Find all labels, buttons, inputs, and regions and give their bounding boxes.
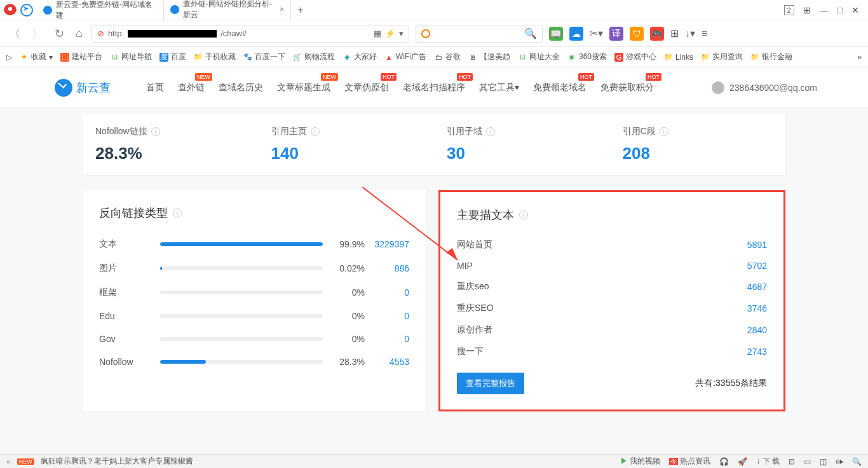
- nav-item[interactable]: 查外链NEW: [173, 79, 210, 96]
- window-count[interactable]: 2: [784, 5, 794, 15]
- shield-icon[interactable]: 🛡: [630, 27, 644, 41]
- translate-icon[interactable]: 译: [609, 27, 623, 41]
- download-button[interactable]: ↓ 下 载: [756, 456, 780, 467]
- search-icon[interactable]: 🔍: [524, 27, 537, 39]
- bookmark-item[interactable]: ⬚建站平台: [60, 52, 102, 62]
- back-button[interactable]: 〈: [6, 26, 23, 41]
- maximize-button[interactable]: □: [837, 5, 843, 15]
- scissors-icon[interactable]: ✂▾: [590, 27, 603, 39]
- type-count[interactable]: 0: [365, 334, 409, 344]
- rocket-icon[interactable]: 🚀: [738, 457, 747, 466]
- new-badge: NEW: [17, 458, 34, 465]
- tab-2[interactable]: 查外链-网站外链挖掘分析-新云×: [164, 1, 291, 20]
- book-icon[interactable]: 📖: [549, 27, 563, 41]
- bookmark-item[interactable]: 🛒购物流程: [293, 52, 335, 62]
- info-icon[interactable]: i: [486, 127, 495, 136]
- game-icon[interactable]: 🎮: [650, 27, 664, 41]
- news-icon[interactable]: ☁: [569, 27, 583, 41]
- hot-news-button[interactable]: 今 热点资讯: [669, 456, 710, 467]
- bookmark-item[interactable]: 🐾百度一下: [243, 52, 285, 62]
- bookmark-item[interactable]: ◉360搜索: [567, 52, 607, 62]
- anchor-count[interactable]: 2743: [747, 347, 767, 357]
- user-info[interactable]: 2386436900@qq.com: [712, 81, 817, 94]
- zoom-icon[interactable]: 🔍: [852, 457, 862, 466]
- panel-title: 主要描文本i: [457, 207, 767, 223]
- nav-item[interactable]: 免费获取积分HOT: [595, 79, 659, 96]
- grid-icon[interactable]: ⊞: [670, 27, 679, 39]
- bookmark-item[interactable]: 📁银行金融: [750, 52, 792, 62]
- sidebar-toggle-icon[interactable]: ▷: [6, 53, 12, 62]
- bookmark-item[interactable]: ◈大家好: [342, 52, 377, 62]
- nav-item[interactable]: 老域名扫描程序HOT: [398, 79, 470, 96]
- bookmark-item[interactable]: 🗀谷歌: [434, 52, 461, 62]
- tab-title: 新云查-免费查外链-网站域名建: [56, 0, 157, 21]
- nav-item[interactable]: 首页: [141, 79, 169, 96]
- menu-icon[interactable]: ≡: [702, 28, 707, 39]
- type-count[interactable]: 0: [365, 287, 409, 298]
- anchor-row: 重庆SEO3746: [457, 298, 767, 319]
- bookmark-item[interactable]: 度百度: [159, 52, 186, 62]
- window-icon[interactable]: ▭: [804, 457, 811, 466]
- dropdown-icon[interactable]: ▾: [399, 29, 403, 38]
- flash-icon[interactable]: ⚡: [385, 29, 395, 38]
- app-icon[interactable]: [4, 4, 17, 17]
- info-icon[interactable]: i: [519, 210, 528, 219]
- headphones-icon[interactable]: 🎧: [719, 457, 729, 466]
- tab-add[interactable]: +: [291, 4, 309, 16]
- bookmark-favorites[interactable]: ★收藏▾: [20, 52, 53, 62]
- search-input[interactable]: 🔍: [416, 25, 543, 43]
- main-nav: 首页查外链NEW查域名历史文章标题生成NEW文章伪原创HOT老域名扫描程序HOT…: [141, 79, 659, 96]
- my-video-button[interactable]: ▶ 我的视频: [620, 456, 660, 467]
- bookmark-item[interactable]: ⊡网址大全: [518, 52, 560, 62]
- type-percent: 0.02%: [333, 263, 365, 273]
- anchor-count[interactable]: 5891: [747, 240, 767, 250]
- split-icon[interactable]: ◫: [820, 457, 827, 466]
- qr-icon[interactable]: ▦: [374, 29, 381, 38]
- nav-item[interactable]: 免费领老域名HOT: [528, 79, 592, 96]
- nav-item[interactable]: 查域名历史: [214, 79, 268, 96]
- close-button[interactable]: ✕: [851, 5, 859, 15]
- tab-1[interactable]: 新云查-免费查外链-网站域名建: [37, 1, 164, 20]
- chevron-left-icon[interactable]: «: [6, 457, 11, 466]
- anchor-text: 原创作者: [457, 324, 747, 336]
- send-icon[interactable]: [20, 4, 33, 17]
- bookmark-item[interactable]: 📁实用查询: [701, 52, 743, 62]
- collection-icon[interactable]: ⊡: [789, 457, 795, 466]
- anchor-count[interactable]: 3746: [747, 303, 767, 313]
- more-icon[interactable]: ↓▾: [685, 27, 695, 39]
- view-full-report-button[interactable]: 查看完整报告: [457, 373, 524, 394]
- url-input[interactable]: ⊘ http: /chawl/ ▦ ⚡ ▾: [92, 25, 409, 43]
- bookmark-item[interactable]: ▲WiFi广告: [384, 52, 426, 62]
- anchor-count[interactable]: 2840: [747, 325, 767, 335]
- bookmark-item[interactable]: ⊡网址导航: [110, 52, 152, 62]
- anchor-text: 重庆SEO: [457, 303, 747, 314]
- type-count[interactable]: 886: [365, 263, 409, 273]
- nav-item[interactable]: 文章伪原创HOT: [339, 79, 394, 96]
- type-count[interactable]: 4553: [365, 357, 409, 367]
- bookmark-item[interactable]: 🗎【速美趋: [468, 52, 510, 62]
- minimize-button[interactable]: —: [820, 5, 829, 15]
- anchor-row: 搜一下2743: [457, 341, 767, 362]
- nav-item[interactable]: 其它工具▾: [474, 79, 524, 96]
- close-icon[interactable]: ×: [280, 5, 284, 14]
- bookmark-item[interactable]: G游戏中心: [614, 52, 656, 62]
- anchor-count[interactable]: 4687: [747, 282, 767, 292]
- home-button[interactable]: ⌂: [73, 27, 85, 40]
- info-icon[interactable]: i: [151, 127, 160, 136]
- bookmark-item[interactable]: 📁手机收藏: [194, 52, 236, 62]
- info-icon[interactable]: i: [660, 127, 668, 136]
- nav-item[interactable]: 文章标题生成NEW: [272, 79, 336, 96]
- anchor-count[interactable]: 5702: [747, 261, 767, 271]
- info-icon[interactable]: i: [311, 127, 320, 136]
- reload-button[interactable]: ↻: [52, 27, 67, 41]
- bookmark-item[interactable]: 📁Links: [664, 53, 693, 62]
- volume-icon[interactable]: 🕪: [836, 457, 843, 466]
- bookmarks-more-icon[interactable]: »: [857, 53, 862, 62]
- type-count[interactable]: 0: [365, 311, 409, 321]
- gift-icon[interactable]: ⊞: [803, 5, 811, 15]
- news-ticker[interactable]: 疯狂暗示腾讯？老干妈上架大客户专属辣椒酱: [41, 456, 193, 467]
- type-count[interactable]: 3229397: [365, 239, 409, 249]
- forward-button[interactable]: 〉: [29, 26, 46, 41]
- logo[interactable]: 新云查: [55, 79, 111, 97]
- info-icon[interactable]: i: [173, 209, 182, 217]
